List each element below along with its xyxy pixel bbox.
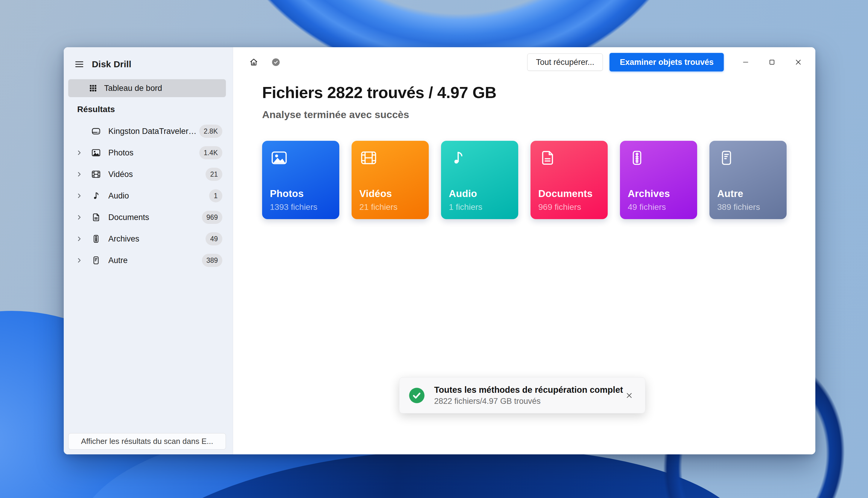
results-section-label: Résultats [77,105,115,114]
card-count: 389 fichiers [717,202,779,212]
sidebar-item-other[interactable]: Autre 389 [68,251,226,270]
chevron-right-icon[interactable] [75,213,84,222]
recover-all-button[interactable]: Tout récupérer... [527,53,603,71]
sidebar-item-label: Tableau de bord [104,84,162,93]
count-badge: 2.8K [199,124,222,138]
sidebar-header: Disk Drill [71,55,131,74]
toast-close-icon[interactable] [622,389,636,402]
card-documents[interactable]: Documents 969 fichiers [531,141,608,219]
photos-icon [91,148,101,158]
card-photos[interactable]: Photos 1393 fichiers [262,141,339,219]
chevron-right-icon[interactable] [75,170,84,179]
chevron-right-icon[interactable] [75,234,84,243]
videos-icon [359,148,378,167]
sidebar-item-photos[interactable]: Photos 1.4K [68,143,226,162]
maximize-icon[interactable] [763,55,781,70]
chevron-right-icon[interactable] [75,191,84,200]
show-scan-results-button[interactable]: Afficher les résultats du scan dans E... [68,433,226,449]
count-badge: 21 [206,168,222,181]
card-other[interactable]: Autre 389 fichiers [710,141,787,219]
sidebar-item-label: Photos [108,148,133,158]
scan-summary-heading: Fichiers 2822 trouvés / 4.97 GB Analyse … [262,83,496,120]
grid-icon [88,83,98,93]
other-icon [717,148,736,167]
card-title: Audio [449,188,510,199]
chevron-right-icon[interactable] [75,148,84,157]
other-icon [91,255,101,265]
sidebar-item-dashboard[interactable]: Tableau de bord [68,79,226,97]
card-archives[interactable]: Archives 49 fichiers [620,141,697,219]
category-cards: Photos 1393 fichiers Vidéos 21 fichiers … [262,141,787,219]
card-count: 1393 fichiers [270,202,332,212]
audio-icon [91,191,101,201]
card-count: 49 fichiers [628,202,689,212]
scan-complete-check-icon[interactable] [268,55,283,70]
sidebar-item-documents[interactable]: Documents 969 [68,208,226,226]
count-badge: 969 [202,211,222,224]
results-list: Kingston DataTraveler 3... 2.8K Photos 1… [68,122,226,270]
card-count: 1 fichiers [449,202,510,212]
audio-icon [449,148,467,167]
close-icon[interactable] [790,55,807,70]
chevron-spacer [75,127,84,136]
card-title: Vidéos [359,188,421,199]
sidebar-item-audio[interactable]: Audio 1 [68,186,226,205]
card-title: Archives [628,188,689,199]
toast-subtitle: 2822 fichiers/4.97 GB trouvés [434,397,622,406]
card-title: Photos [270,188,332,199]
archives-icon [628,148,646,167]
videos-icon [91,169,101,179]
sidebar-item-label: Kingston DataTraveler 3... [108,127,198,136]
sidebar-item-label: Autre [108,256,128,265]
success-check-icon [408,387,425,404]
home-icon[interactable] [246,55,261,70]
minimize-icon[interactable] [737,55,754,70]
photos-icon [270,148,289,167]
card-title: Autre [717,188,779,199]
archives-icon [91,234,101,244]
card-count: 21 fichiers [359,202,421,212]
sidebar: Disk Drill Tableau de bord Résultats Kin… [64,47,233,454]
sidebar-item-label: Audio [108,191,129,200]
drive-icon [91,126,101,136]
count-badge: 389 [202,254,222,267]
count-badge: 1.4K [199,146,222,159]
page-title: Fichiers 2822 trouvés / 4.97 GB [262,83,496,102]
card-count: 969 fichiers [538,202,600,212]
app-title: Disk Drill [92,59,131,69]
card-title: Documents [538,188,600,199]
chevron-right-icon[interactable] [75,256,84,265]
sidebar-item-archives[interactable]: Archives 49 [68,230,226,248]
toolbar: Tout récupérer... Examiner objets trouvé… [233,51,815,73]
sidebar-item-label: Vidéos [108,170,133,179]
hamburger-menu-icon[interactable] [71,56,88,73]
page-subtitle: Analyse terminée avec succès [262,109,496,120]
count-badge: 1 [209,189,222,202]
window-controls [737,55,807,70]
count-badge: 49 [206,232,222,246]
sidebar-item-label: Archives [108,234,139,244]
sidebar-item-label: Documents [108,213,149,222]
card-audio[interactable]: Audio 1 fichiers [441,141,518,219]
main-panel: Tout récupérer... Examiner objets trouvé… [233,47,815,454]
documents-icon [91,212,101,222]
disk-drill-window: Disk Drill Tableau de bord Résultats Kin… [64,47,815,454]
toast-title: Toutes les méthodes de récupération comp… [434,385,622,395]
documents-icon [538,148,557,167]
completion-toast: Toutes les méthodes de récupération comp… [399,377,646,414]
card-videos[interactable]: Vidéos 21 fichiers [352,141,429,219]
sidebar-item-kingston-drive[interactable]: Kingston DataTraveler 3... 2.8K [68,122,226,141]
toast-text: Toutes les méthodes de récupération comp… [434,385,622,406]
sidebar-item-videos[interactable]: Vidéos 21 [68,165,226,184]
review-found-items-button[interactable]: Examiner objets trouvés [610,53,724,71]
